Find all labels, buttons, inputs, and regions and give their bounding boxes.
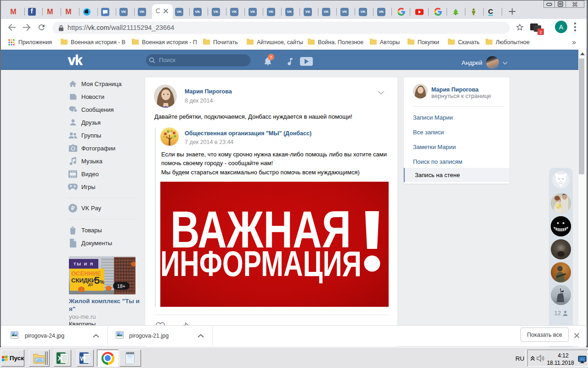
svg-text:X: X: [57, 354, 62, 362]
svg-text:W: W: [80, 355, 86, 362]
svg-text:ИНФОРМАЦИЯ: ИНФОРМАЦИЯ: [160, 243, 362, 284]
svg-text:₽: ₽: [71, 205, 75, 212]
